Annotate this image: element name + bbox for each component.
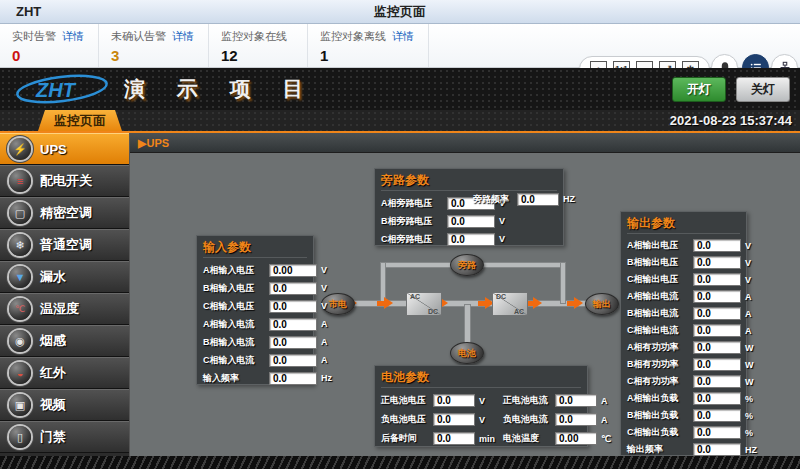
param-unit: V	[745, 241, 751, 251]
details-link[interactable]: 详情	[172, 30, 194, 42]
project-title: 演 示 项 目	[124, 75, 317, 103]
sidebar-item-precision-ac[interactable]: ▢ 精密空调	[0, 197, 129, 229]
param-value: 0.00	[269, 264, 317, 277]
sidebar-item-water-leak[interactable]: ▼ 漏水	[0, 261, 129, 293]
param-unit: A	[321, 319, 328, 329]
normal-ac-icon: ❄	[9, 234, 31, 256]
param-row: A相输入电流 0.0 A	[203, 315, 307, 333]
input-params-panel: 输入参数 A相输入电压 0.00 V B相输入电压 0.0 V	[196, 235, 314, 385]
param-label: C相输出电压	[627, 273, 689, 286]
param-unit: min	[479, 434, 495, 444]
param-row: 正电池电压 0.0 V	[381, 391, 495, 410]
param-value: 0.0	[693, 375, 741, 388]
param-value: 0.0	[269, 300, 317, 313]
sidebar-item-smoke[interactable]: ◉ 烟感	[0, 325, 129, 357]
param-row: A相输入电压 0.00 V	[203, 261, 307, 279]
sidebar-item-normal-ac[interactable]: ❄ 普通空调	[0, 229, 129, 261]
video-camera-icon: ▣	[9, 394, 31, 416]
svg-text:ZHT: ZHT	[35, 79, 77, 101]
stat-objects-online: 监控对象在线 12	[209, 24, 308, 67]
param-unit: A	[321, 337, 328, 347]
param-row: 正电池电流 0.0 A	[503, 391, 611, 410]
ups-canvas: AC DC DC AC 市电 旁路 电池 输出 旁路参数 A相旁路电压	[130, 153, 800, 456]
param-label: 输入频率	[203, 372, 265, 385]
light-off-button[interactable]: 关灯	[736, 77, 790, 102]
details-link[interactable]: 详情	[392, 30, 414, 42]
precision-ac-icon: ▢	[9, 202, 31, 224]
stat-label: 监控对象在线	[221, 30, 287, 42]
param-row: A相输出负载 0.0 %	[627, 390, 740, 407]
param-unit: V	[745, 258, 751, 268]
ups-icon: ⚡	[9, 138, 31, 160]
sidebar-item-ups[interactable]: ⚡ UPS	[0, 133, 129, 165]
window-titlebar: 监控页面 ZHT	[0, 0, 800, 24]
stat-label: 未确认告警	[111, 30, 166, 42]
smoke-detector-icon: ◉	[9, 330, 31, 352]
water-leak-icon: ▼	[9, 266, 31, 288]
param-label: 正电池电流	[503, 394, 551, 407]
param-unit: HZ	[563, 194, 575, 204]
param-value: 0.0	[693, 426, 741, 439]
param-label: C相输入电流	[203, 354, 265, 367]
param-unit: W	[745, 377, 754, 387]
bypass-node: 旁路	[450, 254, 484, 276]
details-link[interactable]: 详情	[62, 30, 84, 42]
param-label: 后备时间	[381, 432, 429, 445]
param-value: 0.0	[517, 193, 559, 206]
bypass-frequency-row: 旁路频率 0.0 HZ	[473, 190, 575, 208]
param-unit: V	[479, 415, 485, 425]
param-value: 0.0	[693, 273, 741, 286]
panel-title: 输入参数	[203, 239, 307, 258]
param-row: C相输出电压 0.0 V	[627, 271, 740, 288]
timestamp: 2021-08-23 15:37:44	[670, 113, 792, 128]
window-title: 监控页面	[0, 3, 800, 21]
param-row: C相输入电流 0.0 A	[203, 351, 307, 369]
param-label: 负电池电流	[503, 413, 551, 426]
battery-node: 电池	[450, 342, 484, 364]
param-value: 0.0	[693, 341, 741, 354]
param-row: B相输入电压 0.0 V	[203, 279, 307, 297]
param-value: 0.0	[555, 394, 597, 407]
battery-params-panel: 电池参数 正电池电压 0.0 V 正电池电流 0.0 A	[374, 365, 588, 447]
param-label: B相输出电压	[627, 256, 689, 269]
bypass-right-pipe	[560, 262, 566, 304]
stat-label: 实时告警	[12, 30, 56, 42]
param-unit: A	[321, 355, 328, 365]
param-unit: V	[499, 234, 505, 244]
param-unit: Hz	[321, 373, 332, 383]
param-label: A相旁路电压	[381, 197, 443, 210]
param-row: C相输出电流 0.0 A	[627, 322, 740, 339]
param-unit: A	[745, 309, 752, 319]
light-on-button[interactable]: 开灯	[672, 77, 726, 102]
flow-arrow-icon	[377, 297, 393, 309]
param-unit: W	[745, 360, 754, 370]
sidebar-item-video[interactable]: ▣ 视频	[0, 389, 129, 421]
converter-label: DC	[496, 293, 506, 300]
param-value: 0.0	[269, 282, 317, 295]
param-label: A相输入电压	[203, 264, 265, 277]
param-value: 0.0	[447, 233, 495, 246]
sidebar-item-temp-humidity[interactable]: ℃ 温湿度	[0, 293, 129, 325]
sidebar-item-power-switch[interactable]: ≡ 配电开关	[0, 165, 129, 197]
param-value: 0.0	[693, 409, 741, 422]
param-row: C相输出负载 0.0 %	[627, 424, 740, 441]
param-row: A相输出电流 0.0 A	[627, 288, 740, 305]
param-label: A相输出电压	[627, 239, 689, 252]
param-label: B相输入电压	[203, 282, 265, 295]
param-row: C相旁路电压 0.0 V	[381, 230, 557, 248]
sidebar-item-infrared[interactable]: ◒ 红外	[0, 357, 129, 389]
param-value: 0.0	[269, 372, 317, 385]
param-value: 0.0	[693, 392, 741, 405]
flow-arrow-icon	[567, 297, 583, 309]
param-unit: V	[479, 396, 485, 406]
param-row: B相旁路电压 0.0 V	[381, 212, 557, 230]
sidebar-item-door-access[interactable]: ▯ 门禁	[0, 421, 129, 453]
param-value: 0.0	[433, 394, 475, 407]
stat-unconfirmed-alarms: 未确认告警详情 3	[99, 24, 209, 67]
param-row: 电池温度 0.00 ℃	[503, 429, 611, 448]
param-unit: V	[745, 275, 751, 285]
param-row: 后备时间 0.0 min	[381, 429, 495, 448]
param-unit: %	[745, 394, 753, 404]
tab-monitoring-page[interactable]: 监控页面	[38, 110, 122, 131]
param-unit: A	[745, 326, 752, 336]
